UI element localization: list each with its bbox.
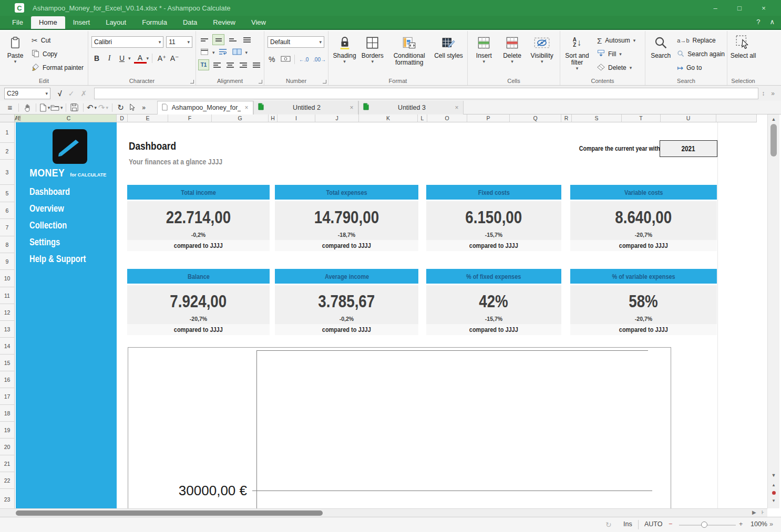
undo-button[interactable]: ↶▾ bbox=[86, 102, 98, 113]
menu-tab-file[interactable]: File bbox=[4, 16, 31, 29]
align-right-button[interactable] bbox=[238, 59, 249, 70]
row-header-12[interactable]: 12 bbox=[0, 304, 14, 321]
format-painter-button[interactable]: Format painter bbox=[32, 62, 84, 73]
search-button[interactable]: Search bbox=[648, 33, 674, 76]
column-header-P[interactable]: P bbox=[467, 114, 510, 122]
collapse-ribbon-icon[interactable]: ∧ bbox=[769, 18, 775, 26]
row-header-5[interactable]: 5 bbox=[0, 185, 14, 202]
menu-tab-insert[interactable]: Insert bbox=[65, 16, 98, 29]
main-menu-icon[interactable]: ≡ bbox=[4, 102, 16, 113]
column-header-K[interactable]: K bbox=[359, 114, 418, 122]
align-left-button[interactable] bbox=[211, 59, 222, 70]
sheet-tab-3[interactable]: Untitled 3× bbox=[358, 101, 464, 114]
row-header-20[interactable]: 20 bbox=[0, 439, 14, 455]
menu-tab-data[interactable]: Data bbox=[175, 16, 205, 29]
cell-frame-dropdown-icon[interactable]: ▾ bbox=[212, 50, 215, 55]
underline-button[interactable]: U bbox=[116, 52, 128, 65]
row-header-7[interactable]: 7 bbox=[0, 219, 14, 236]
add-decimal-button[interactable]: ←.0 bbox=[297, 53, 310, 66]
vertical-scrollbar[interactable]: ▲ ▼ ▴ ▾ bbox=[767, 114, 779, 508]
autosum-button[interactable]: Σ Autosum ▾ bbox=[597, 35, 635, 46]
shading-button[interactable]: Shading ▾ bbox=[331, 33, 358, 76]
scroll-down-icon[interactable]: ▼ bbox=[768, 472, 779, 479]
row-header-6[interactable]: 6 bbox=[0, 202, 14, 219]
merge-cells-dropdown-icon[interactable]: ▾ bbox=[245, 50, 248, 55]
previous-page-icon[interactable]: ▴ bbox=[768, 481, 779, 488]
column-header-T[interactable]: T bbox=[622, 114, 661, 122]
select-all-corner[interactable] bbox=[0, 114, 15, 122]
shrink-font-button[interactable]: A⁻ bbox=[168, 52, 181, 65]
cell-frame-button[interactable] bbox=[198, 47, 210, 58]
percent-format-button[interactable]: % bbox=[266, 53, 277, 66]
align-middle-button[interactable] bbox=[212, 34, 224, 45]
split-view-icon[interactable]: ⊦ bbox=[762, 509, 764, 515]
column-header-F[interactable]: F bbox=[168, 114, 212, 122]
number-format-select[interactable]: Default▾ bbox=[268, 36, 324, 48]
column-header-I[interactable]: I bbox=[278, 114, 315, 122]
column-header-Q[interactable]: Q bbox=[510, 114, 561, 122]
vertical-text-button[interactable]: T1 bbox=[198, 59, 209, 70]
delete-contents-button[interactable]: Delete ▾ bbox=[597, 62, 635, 73]
conditional-formatting-button[interactable]: Conditional formatting bbox=[386, 33, 432, 76]
borders-button[interactable]: Borders ▾ bbox=[358, 33, 386, 76]
cell-name-box[interactable]: C29 ▾ bbox=[4, 88, 50, 99]
row-header-14[interactable]: 14 bbox=[0, 338, 14, 354]
vertical-scrollbar-thumb[interactable] bbox=[770, 124, 777, 157]
compare-year-input[interactable]: 2021 bbox=[660, 140, 717, 157]
row-header-11[interactable]: 11 bbox=[0, 287, 14, 304]
menu-tab-home[interactable]: Home bbox=[31, 16, 65, 29]
font-color-button[interactable]: A bbox=[134, 53, 147, 64]
next-page-icon[interactable]: ▾ bbox=[768, 497, 779, 504]
menu-tab-review[interactable]: Review bbox=[205, 16, 243, 29]
zoom-slider-track[interactable] bbox=[679, 525, 736, 526]
row-header-22[interactable]: 22 bbox=[0, 472, 14, 489]
menu-tab-view[interactable]: View bbox=[243, 16, 274, 29]
copy-button[interactable]: Copy bbox=[32, 49, 84, 59]
expand-formula-bar-icon[interactable]: ↕ bbox=[762, 90, 765, 97]
row-header-15[interactable]: 15 bbox=[0, 354, 14, 371]
column-header-H[interactable]: H bbox=[269, 114, 278, 122]
font-color-dropdown-icon[interactable]: ▾ bbox=[147, 56, 149, 61]
function-wizard-icon[interactable]: √ bbox=[58, 89, 62, 98]
column-header-O[interactable]: O bbox=[427, 114, 467, 122]
cut-button[interactable]: ✂ Cut bbox=[32, 35, 84, 46]
align-top-button[interactable] bbox=[198, 34, 210, 45]
sheet-tab-2[interactable]: Untitled 2× bbox=[253, 101, 358, 114]
remove-decimal-button[interactable]: .00→ bbox=[313, 53, 326, 66]
refresh-button[interactable]: ↻ bbox=[115, 102, 127, 113]
sidebar-item-settings[interactable]: Settings bbox=[29, 234, 98, 251]
row-header-21[interactable]: 21 bbox=[0, 455, 14, 472]
grow-font-button[interactable]: A⁺ bbox=[156, 52, 168, 65]
new-document-button[interactable]: ▾ bbox=[39, 102, 50, 113]
row-header-19[interactable]: 19 bbox=[0, 422, 14, 439]
pointer-mode-button[interactable] bbox=[127, 102, 138, 113]
column-header-D[interactable]: D bbox=[117, 114, 128, 122]
column-header-U[interactable]: U bbox=[661, 114, 716, 122]
column-header-J[interactable]: J bbox=[315, 114, 359, 122]
zoom-out-button[interactable]: − bbox=[669, 520, 672, 528]
row-header-9[interactable]: 9 bbox=[0, 253, 14, 270]
menu-tab-layout[interactable]: Layout bbox=[98, 16, 134, 29]
save-button[interactable] bbox=[69, 102, 80, 113]
row-header-16[interactable]: 16 bbox=[0, 371, 14, 388]
zoom-slider-knob[interactable] bbox=[701, 521, 707, 528]
row-header-17[interactable]: 17 bbox=[0, 388, 14, 405]
open-document-button[interactable]: ▾ bbox=[50, 102, 63, 113]
insert-mode-indicator[interactable]: Ins bbox=[623, 520, 632, 528]
help-icon[interactable]: ? bbox=[756, 18, 760, 26]
calc-mode-indicator[interactable]: AUTO bbox=[644, 520, 663, 528]
row-header-2[interactable]: 2 bbox=[0, 143, 14, 160]
menu-tab-formula[interactable]: Formula bbox=[134, 16, 175, 29]
zoom-level[interactable]: 100% bbox=[751, 520, 767, 528]
sheet-tab-1[interactable]: Ashampoo_Money_for_E...× bbox=[157, 101, 253, 114]
maximize-button[interactable]: □ bbox=[727, 0, 752, 16]
touch-mode-button[interactable] bbox=[22, 102, 33, 113]
horizontal-scrollbar[interactable]: ▶ ⊦ bbox=[0, 508, 767, 517]
insert-cells-button[interactable]: Insert ▾ bbox=[470, 33, 498, 76]
align-bottom-button[interactable] bbox=[227, 34, 239, 45]
font-name-select[interactable]: Calibri▾ bbox=[91, 36, 163, 48]
sidebar-item-collection[interactable]: Collection bbox=[29, 217, 98, 234]
row-header-8[interactable]: 8 bbox=[0, 236, 14, 253]
row-header-3[interactable]: 3 bbox=[0, 160, 14, 185]
formula-input[interactable] bbox=[94, 88, 758, 99]
